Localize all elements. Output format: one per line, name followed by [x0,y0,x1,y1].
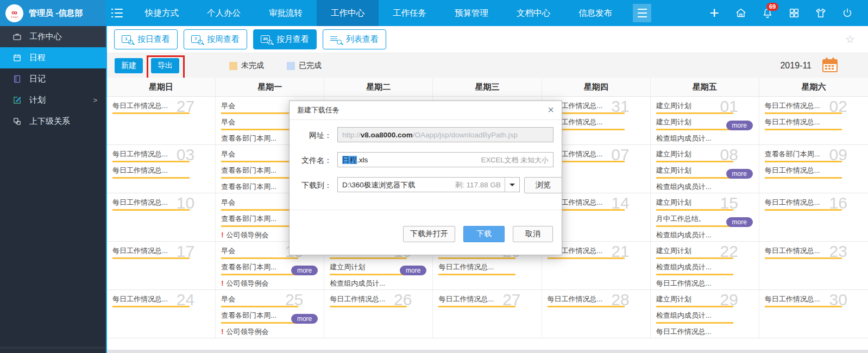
sidebar-item-work-center[interactable]: 工作中心 [0,26,106,47]
export-button[interactable]: 导出 [151,58,179,73]
calendar-entry[interactable]: 检查组内成员计... [656,134,733,145]
calendar-cell[interactable]: 17每日工作情况总... [107,242,216,290]
sidebar-item-schedule[interactable]: 日程 [0,47,106,68]
calendar-entry[interactable]: 检查组内成员计... [656,230,733,242]
tab-view-week[interactable]: 7按周查看 [184,29,247,49]
month-picker-calendar-icon[interactable] [822,59,838,72]
calendar-cell[interactable]: 28每日工作情况总... [542,290,651,338]
calendar-cell[interactable]: 15建立周计划月中工作总结。检查组内成员计...more [651,193,759,242]
more-badge[interactable]: more [726,169,753,179]
calendar-entry[interactable]: 检查组内成员计... [656,182,733,193]
entry-label: 每日工作情况总... [112,102,168,110]
calendar-entry[interactable]: 早会 [221,149,298,162]
home-icon[interactable] [734,7,747,20]
notifications-bell-icon[interactable]: 69 [761,7,774,20]
download-button[interactable]: 下载 [463,226,505,242]
calendar-cell[interactable]: 27每日工作情况总... [107,97,216,145]
apps-grid-icon[interactable] [788,7,801,20]
entry-label: 每日工作情况总... [656,279,712,287]
calendar-cell[interactable]: 24每日工作情况总... [107,290,216,338]
calendar-cell[interactable]: 03每日工作情况总...每日工作情况总... [107,145,216,193]
calendar-cell[interactable]: 27每日工作情况总... [433,290,542,338]
calendar-cell[interactable]: 23每日工作情况总... [759,242,868,290]
calendar-entry[interactable]: 每日工作情况总... [656,279,733,290]
calendar-entry[interactable]: 每日工作情况总... [656,327,733,338]
entry-label: 建立周计划 [656,118,691,126]
browse-button[interactable]: 浏览 [524,177,562,193]
calendar-cell[interactable]: 22建立周计划检查组内成员计...每日工作情况总... [651,242,759,290]
nav-item-shortcuts[interactable]: 快捷方式 [131,0,193,26]
tab-view-day[interactable]: 1按日查看 [114,29,178,49]
add-icon[interactable]: + [708,7,721,20]
sidebar-item-plan[interactable]: 计划> [0,90,106,111]
calendar-entry[interactable]: 早会 [221,117,298,130]
sidebar-item-hierarchy[interactable]: 上下级关系 [0,111,106,132]
day-number: 27 [502,291,520,309]
close-icon[interactable]: × [545,101,556,118]
new-button[interactable]: 新建 [115,58,143,73]
sidebar-item-diary[interactable]: 日记 [0,68,106,90]
calendar-cell[interactable]: 30每日工作情况总... [759,290,868,338]
nav-item-info-publish[interactable]: 信息发布 [564,0,626,26]
calendar-cell[interactable]: 26每日工作情况总... [324,290,433,338]
entry-label: 公司领导例会 [226,327,268,336]
more-badge[interactable]: more [291,266,318,275]
calendar-cell[interactable]: 29建立周计划检查组内成员计...每日工作情况总... [651,290,759,338]
theme-shirt-icon[interactable] [814,7,827,20]
calendar-cell[interactable]: 01建立周计划建立周计划检查组内成员计...more [651,97,759,145]
more-badge[interactable]: more [726,217,753,227]
calendar-cell[interactable]: 25早会查看各部门本周...!公司领导例会more [216,290,324,338]
legend-finished: 已完成 [287,61,322,71]
calendar-cell[interactable]: 08建立周计划建立周计划检查组内成员计...more [651,145,759,193]
calendar-entry[interactable]: 月中工作总结。 [656,214,733,227]
calendar-cell[interactable]: 09查看各部门本周...每日工作情况总... [759,145,868,193]
calendar-entry[interactable]: 每日工作情况总... [438,262,515,275]
weekday-header: 星期四 [542,78,651,96]
tab-view-month[interactable]: 30按月查看 [253,29,317,49]
more-menus-icon[interactable] [633,4,651,22]
filename-input[interactable]: 日程.xls EXCEL文档 未知大小 [337,152,553,167]
destination-dropdown-caret-icon[interactable] [505,178,519,192]
calendar-entry[interactable]: 检查组内成员计... [330,279,407,290]
weekday-header: 星期日 [107,78,216,96]
cancel-button[interactable]: 取消 [513,226,553,242]
calendar-entry[interactable]: 每日工作情况总... [765,117,842,130]
calendar-entry[interactable]: 早会 [221,101,298,114]
calendar-cell[interactable]: 16每日工作情况总... [759,193,868,242]
calendar-entry[interactable]: 检查组内成员计... [656,262,733,275]
calendar-entry[interactable]: 早会 [221,198,298,211]
calendar-entry[interactable]: 建立周计划 [656,166,733,179]
nav-item-budget[interactable]: 预算管理 [441,0,502,26]
power-logout-icon[interactable] [841,7,854,20]
calendar-entry[interactable]: !公司领导例会 [221,230,298,242]
calendar-entry[interactable]: 检查组内成员计... [656,311,733,324]
calendar-entry[interactable]: 建立周计划 [330,262,407,275]
calendar-entry[interactable]: 查看各部门本周... [221,134,298,145]
calendar-entry[interactable]: 查看各部门本周... [221,262,298,275]
calendar-entry[interactable]: 查看各部门本周... [221,182,298,193]
calendar-entry[interactable]: 每日工作情况总... [765,166,842,179]
weekday-header: 星期三 [433,78,542,96]
calendar-entry[interactable]: 每日工作情况总... [112,166,190,179]
nav-item-work-center[interactable]: 工作中心 [317,0,379,26]
calendar-entry[interactable]: 查看各部门本周... [221,166,298,179]
nav-item-work-tasks[interactable]: 工作任务 [379,0,441,26]
calendar-entry[interactable]: 建立周计划 [656,117,733,130]
nav-item-approval-flow[interactable]: 审批流转 [255,0,317,26]
calendar-entry[interactable]: 查看各部门本周... [221,311,298,324]
download-and-open-button[interactable]: 下载并打开 [403,226,455,242]
calendar-cell[interactable]: 02每日工作情况总...每日工作情况总... [759,97,868,145]
calendar-entry[interactable]: 查看各部门本周... [221,214,298,227]
destination-input[interactable]: D:\360极速浏览器下载 剩: 117.88 GB [337,177,520,192]
calendar-cell[interactable]: 10每日工作情况总... [107,193,216,242]
tab-view-list[interactable]: 列表查看 [323,29,386,49]
favorite-star-icon[interactable]: ☆ [845,33,855,46]
more-badge[interactable]: more [726,121,753,130]
more-badge[interactable]: more [291,314,318,324]
nav-item-personal-office[interactable]: 个人办公 [193,0,255,26]
more-badge[interactable]: more [400,266,426,275]
sidebar-collapse-icon[interactable] [106,0,131,26]
calendar-entry[interactable]: !公司领导例会 [221,279,298,290]
calendar-entry[interactable]: !公司领导例会 [221,327,298,338]
nav-item-document-center[interactable]: 文档中心 [502,0,564,26]
